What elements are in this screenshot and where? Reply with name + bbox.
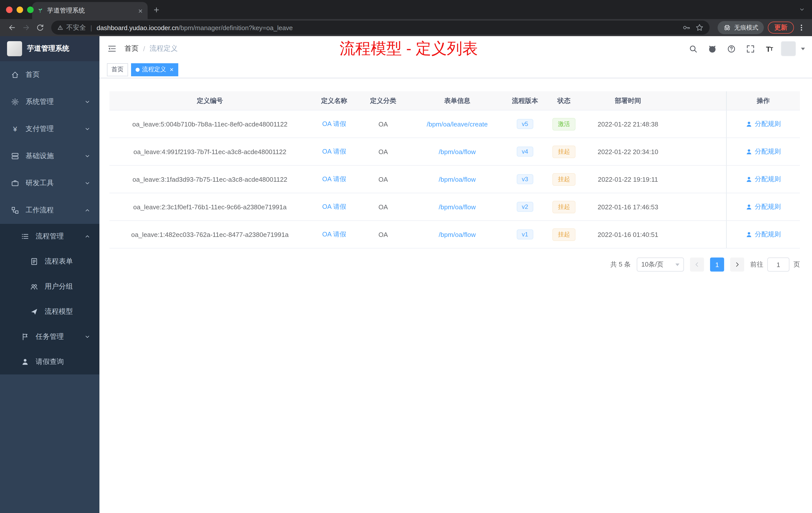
user-icon bbox=[746, 176, 752, 182]
list-icon bbox=[21, 233, 29, 240]
sidebar-item-process-form[interactable]: 流程表单 bbox=[0, 249, 99, 274]
version-badge: v1 bbox=[517, 230, 533, 239]
definition-category: OA bbox=[358, 231, 408, 238]
forward-button[interactable] bbox=[19, 21, 33, 35]
table-row: oa_leave:5:004b710b-7b8a-11ec-8ef0-acde4… bbox=[110, 111, 800, 138]
form-link[interactable]: /bpm/oa/flow bbox=[408, 148, 506, 155]
deploy-time: 2022-01-22 21:48:38 bbox=[584, 120, 672, 128]
user-avatar[interactable] bbox=[781, 41, 796, 56]
definition-name-link[interactable]: OA 请假 bbox=[310, 230, 358, 239]
sidebar-item-user-group[interactable]: 用户分组 bbox=[0, 274, 99, 299]
tab-close-icon[interactable]: × bbox=[138, 7, 143, 14]
sidebar-item-devtools[interactable]: 研发工具 bbox=[0, 170, 99, 197]
chevron-down-icon bbox=[84, 99, 90, 105]
status-badge: 激活 bbox=[552, 118, 576, 130]
assign-rule-link[interactable]: 分配规则 bbox=[746, 147, 781, 156]
browser-tab[interactable]: 芋道管理系统 × bbox=[32, 2, 148, 19]
minimize-window-button[interactable] bbox=[17, 6, 23, 13]
flag-icon bbox=[21, 333, 29, 341]
sidebar-item-leave-query[interactable]: 请假查询 bbox=[0, 350, 99, 374]
definition-id: oa_leave:1:482ec033-762a-11ec-8477-a2380… bbox=[110, 231, 310, 238]
sidebar-item-task-management[interactable]: 任务管理 bbox=[0, 324, 99, 350]
definition-name-link[interactable]: OA 请假 bbox=[310, 202, 358, 211]
breadcrumb-separator: / bbox=[143, 45, 145, 53]
browser-menu-icon[interactable] bbox=[796, 21, 807, 35]
bookmark-star-icon[interactable] bbox=[696, 24, 703, 32]
user-icon bbox=[21, 358, 29, 366]
user-group-icon bbox=[30, 282, 38, 291]
sidebar-item-workflow[interactable]: 工作流程 bbox=[0, 197, 99, 224]
definition-name-link[interactable]: OA 请假 bbox=[310, 147, 358, 156]
sidebar-item-payment[interactable]: ¥ 支付管理 bbox=[0, 116, 99, 143]
version-badge: v3 bbox=[517, 174, 533, 184]
breadcrumb-home[interactable]: 首页 bbox=[124, 44, 139, 53]
form-link[interactable]: /bpm/oa/flow bbox=[408, 175, 506, 183]
status-badge: 挂起 bbox=[552, 145, 576, 158]
tab-title: 芋道管理系统 bbox=[47, 6, 134, 15]
search-icon[interactable] bbox=[686, 41, 700, 56]
user-icon bbox=[746, 148, 752, 155]
deploy-time: 2022-01-16 01:40:51 bbox=[584, 231, 672, 238]
fullscreen-icon[interactable] bbox=[743, 41, 758, 56]
assign-rule-link[interactable]: 分配规则 bbox=[746, 119, 781, 128]
active-tag-dot bbox=[136, 67, 140, 71]
sidebar-item-system[interactable]: 系统管理 bbox=[0, 88, 99, 116]
incognito-badge: 无痕模式 bbox=[718, 21, 764, 34]
window-controls bbox=[6, 6, 34, 13]
new-tab-button[interactable]: + bbox=[154, 4, 159, 16]
reload-button[interactable] bbox=[33, 21, 47, 35]
prev-page-button[interactable] bbox=[690, 258, 704, 272]
definition-category: OA bbox=[358, 175, 408, 183]
select-caret-icon bbox=[675, 263, 679, 266]
font-size-icon[interactable]: TT bbox=[762, 41, 777, 56]
next-page-button[interactable] bbox=[730, 258, 744, 272]
pagination: 共 5 条 10条/页 1 前往 页 bbox=[110, 258, 800, 272]
sidebar-item-infrastructure[interactable]: 基础设施 bbox=[0, 143, 99, 170]
tab-search-icon[interactable] bbox=[799, 5, 805, 14]
definition-id: oa_leave:2:3c1f0ef1-76b1-11ec-9c66-a2380… bbox=[110, 203, 310, 211]
version-badge: v5 bbox=[517, 119, 533, 129]
page-number-button[interactable]: 1 bbox=[710, 258, 724, 272]
pagination-total: 共 5 条 bbox=[610, 260, 631, 269]
status-badge: 挂起 bbox=[552, 201, 576, 213]
goto-page-input[interactable] bbox=[767, 258, 789, 272]
form-link[interactable]: /bpm/oa/flow bbox=[408, 231, 506, 238]
form-link[interactable]: /bpm/oa/flow bbox=[408, 203, 506, 211]
definition-name-link[interactable]: OA 请假 bbox=[310, 175, 358, 184]
tag-home[interactable]: 首页 bbox=[107, 63, 128, 76]
form-link[interactable]: /bpm/oa/leave/create bbox=[408, 120, 506, 128]
definition-name-link[interactable]: OA 请假 bbox=[310, 119, 358, 128]
chrome-update-button[interactable]: 更新 bbox=[768, 22, 794, 34]
definition-category: OA bbox=[358, 148, 408, 155]
sidebar: 芋道管理系统 首页 系统管理 ¥ 支付管理 基础设施 bbox=[0, 36, 99, 513]
assign-rule-link[interactable]: 分配规则 bbox=[746, 230, 781, 239]
chevron-down-icon bbox=[84, 153, 90, 159]
sidebar-item-home[interactable]: 首页 bbox=[0, 61, 99, 88]
zoom-window-button[interactable] bbox=[27, 6, 34, 13]
page-size-select[interactable]: 10条/页 bbox=[637, 258, 684, 272]
goto-label: 前往 bbox=[750, 260, 763, 269]
deploy-time: 2022-01-22 19:19:11 bbox=[584, 175, 672, 183]
gear-icon bbox=[11, 98, 19, 106]
password-key-icon[interactable] bbox=[683, 24, 691, 32]
sidebar-toggle-icon[interactable] bbox=[99, 36, 124, 61]
avatar-dropdown-caret-icon[interactable] bbox=[801, 48, 805, 50]
back-button[interactable] bbox=[5, 21, 19, 35]
close-window-button[interactable] bbox=[6, 6, 12, 13]
sidebar-item-process-model[interactable]: 流程模型 bbox=[0, 299, 99, 324]
assign-rule-link[interactable]: 分配规则 bbox=[746, 175, 781, 184]
tag-close-icon[interactable]: × bbox=[170, 66, 174, 73]
github-icon[interactable] bbox=[704, 41, 720, 56]
address-bar[interactable]: 不安全 | dashboard.yudao.iocoder.cn/bpm/man… bbox=[51, 21, 709, 35]
column-header-name: 定义名称 bbox=[310, 96, 358, 105]
app-logo: 芋道管理系统 bbox=[0, 36, 99, 61]
column-header-deploy-time: 部署时间 bbox=[584, 96, 672, 105]
help-icon[interactable] bbox=[724, 41, 739, 56]
column-header-status: 状态 bbox=[544, 96, 584, 105]
main-content: 定义编号 定义名称 定义分类 表单信息 流程版本 状态 部署时间 操作 oa_l… bbox=[99, 78, 812, 513]
column-header-category: 定义分类 bbox=[358, 96, 408, 105]
chevron-up-icon bbox=[84, 233, 90, 239]
tag-process-definition[interactable]: 流程定义 × bbox=[131, 63, 178, 76]
assign-rule-link[interactable]: 分配规则 bbox=[746, 202, 781, 211]
sidebar-item-process-management[interactable]: 流程管理 bbox=[0, 224, 99, 249]
